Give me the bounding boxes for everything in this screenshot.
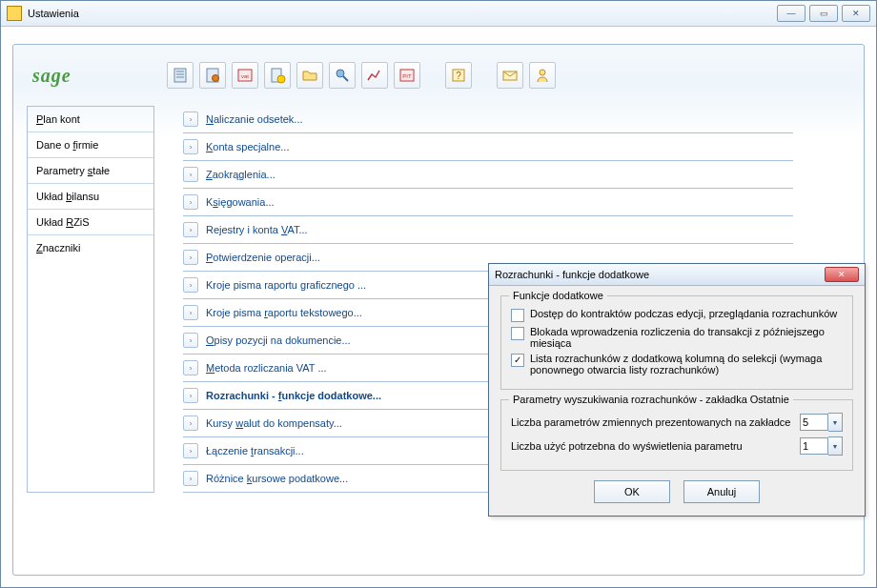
link-label[interactable]: Kroje pisma raportu tekstowego... xyxy=(206,307,362,318)
checkbox-row-3[interactable]: ✓ Lista rozrachunków z dodatkową kolumną… xyxy=(511,353,843,375)
arrow-right-icon: › xyxy=(183,416,198,431)
svg-point-16 xyxy=(540,70,545,75)
link-row[interactable]: ›Rejestry i konta VAT... xyxy=(183,216,793,244)
group-title-1: Funkcje dodatkowe xyxy=(509,290,607,301)
link-label[interactable]: Potwierdzenie operacji... xyxy=(206,252,320,263)
ok-button[interactable]: OK xyxy=(594,480,670,503)
titlebar[interactable]: Ustawienia — ▭ ✕ xyxy=(1,1,876,27)
svg-point-5 xyxy=(212,75,218,82)
link-label[interactable]: Księgowania... xyxy=(206,196,275,208)
link-label[interactable]: Rejestry i konta VAT... xyxy=(206,224,308,235)
sidebar: Plan kont Dane o firmie Parametry stałe … xyxy=(27,106,154,493)
window-title: Ustawienia xyxy=(28,8,777,19)
param-row-1: Liczba parametrów zmiennych prezentowany… xyxy=(511,413,843,432)
checkbox-row-1[interactable]: Dostęp do kontraktów podczas edycji, prz… xyxy=(511,308,843,322)
arrow-right-icon: › xyxy=(183,167,198,182)
doc-gear-icon[interactable] xyxy=(199,62,226,89)
checkbox-3[interactable]: ✓ xyxy=(511,354,524,367)
minimize-button[interactable]: — xyxy=(777,5,806,22)
svg-rect-0 xyxy=(174,69,186,82)
arrow-right-icon: › xyxy=(183,277,198,293)
param-label-1: Liczba parametrów zmiennych prezentowany… xyxy=(511,416,791,428)
doc-icon[interactable] xyxy=(167,62,194,89)
dialog-close-button[interactable]: ✕ xyxy=(825,267,859,282)
toolbar: sage vat PIT ? xyxy=(27,58,850,92)
group-parametry-wyszukiwania: Parametry wyszukiwania rozrachunków - za… xyxy=(500,399,853,471)
sidebar-item-znaczniki[interactable]: Znaczniki xyxy=(28,235,153,260)
param-input-2[interactable] xyxy=(800,437,828,455)
folder-icon[interactable] xyxy=(296,62,323,89)
chart-icon[interactable] xyxy=(361,62,388,89)
link-label[interactable]: Kroje pisma raportu graficznego ... xyxy=(206,279,366,291)
checkbox-label-2: Blokada wprowadzenia rozliczenia do tran… xyxy=(530,326,843,349)
param-row-2: Liczba użyć potrzebna do wyświetlenia pa… xyxy=(511,436,843,456)
sidebar-item-plan-kont[interactable]: Plan kont xyxy=(28,107,153,132)
link-row[interactable]: ›Księgowania... xyxy=(183,189,793,216)
sidebar-item-dane-o-firmie[interactable]: Dane o firmie xyxy=(28,132,153,158)
sidebar-item-parametry-stale[interactable]: Parametry stałe xyxy=(28,158,153,184)
link-label[interactable]: Metoda rozliczania VAT ... xyxy=(206,362,327,374)
checkbox-label-1: Dostęp do kontraktów podczas edycji, prz… xyxy=(530,308,837,319)
help-icon[interactable]: ? xyxy=(445,62,472,89)
svg-text:vat: vat xyxy=(241,73,249,79)
link-label[interactable]: Konta specjalne... xyxy=(206,141,289,152)
vat-icon[interactable]: vat xyxy=(232,62,258,89)
dialog-title-text: Rozrachunki - funkcje dodatkowe xyxy=(495,269,825,280)
link-label[interactable]: Łączenie transakcji... xyxy=(206,445,304,456)
dropdown-icon[interactable]: ▼ xyxy=(828,413,843,432)
calc-warn-icon[interactable] xyxy=(264,62,291,89)
mail-icon[interactable] xyxy=(497,62,523,89)
svg-point-9 xyxy=(277,75,285,83)
arrow-right-icon: › xyxy=(183,443,198,458)
param-input-1[interactable] xyxy=(800,414,828,431)
arrow-right-icon: › xyxy=(183,250,198,265)
dialog-rozrachunki: Rozrachunki - funkcje dodatkowe ✕ Funkcj… xyxy=(488,263,866,517)
close-button[interactable]: ✕ xyxy=(842,5,870,22)
link-row[interactable]: ›Konta specjalne... xyxy=(183,133,793,161)
arrow-right-icon: › xyxy=(183,194,198,210)
param-label-2: Liczba użyć potrzebna do wyświetlenia pa… xyxy=(511,440,743,452)
link-row[interactable]: ›Naliczanie odsetek... xyxy=(183,106,793,133)
checkbox-label-3: Lista rozrachunków z dodatkową kolumną d… xyxy=(530,353,843,375)
cancel-button[interactable]: Anuluj xyxy=(683,480,760,503)
arrow-right-icon: › xyxy=(183,112,198,127)
main-window: Ustawienia — ▭ ✕ sage vat PIT xyxy=(0,0,877,588)
arrow-right-icon: › xyxy=(183,333,198,348)
gear-blue-icon[interactable] xyxy=(329,62,356,89)
dropdown-icon[interactable]: ▼ xyxy=(828,436,843,456)
pit-icon[interactable]: PIT xyxy=(394,62,420,89)
arrow-right-icon: › xyxy=(183,139,198,154)
link-label[interactable]: Zaokrąglenia... xyxy=(206,169,275,180)
arrow-right-icon: › xyxy=(183,388,198,403)
link-row[interactable]: ›Zaokrąglenia... xyxy=(183,161,793,189)
link-label[interactable]: Kursy walut do kompensaty... xyxy=(206,417,342,429)
link-label[interactable]: Opisy pozycji na dokumencie... xyxy=(206,335,351,346)
sidebar-item-uklad-bilansu[interactable]: Układ bilansu xyxy=(28,184,153,210)
dialog-titlebar[interactable]: Rozrachunki - funkcje dodatkowe ✕ xyxy=(489,264,865,286)
link-label[interactable]: Rozrachunki - funkcje dodatkowe... xyxy=(206,390,381,401)
checkbox-row-2[interactable]: Blokada wprowadzenia rozliczenia do tran… xyxy=(511,326,843,349)
arrow-right-icon: › xyxy=(183,360,198,375)
sidebar-item-uklad-rzis[interactable]: Układ RZiS xyxy=(28,210,153,235)
group-funkcje-dodatkowe: Funkcje dodatkowe Dostęp do kontraktów p… xyxy=(500,295,853,390)
logo: sage xyxy=(32,65,71,87)
link-label[interactable]: Naliczanie odsetek... xyxy=(206,113,303,125)
checkbox-2[interactable] xyxy=(511,327,524,340)
arrow-right-icon: › xyxy=(183,222,198,237)
arrow-right-icon: › xyxy=(183,305,198,320)
checkbox-1[interactable] xyxy=(511,309,524,322)
app-icon xyxy=(7,6,22,21)
maximize-button[interactable]: ▭ xyxy=(809,5,838,22)
svg-text:?: ? xyxy=(456,71,461,81)
svg-point-10 xyxy=(337,70,344,77)
svg-text:PIT: PIT xyxy=(402,73,412,79)
link-label[interactable]: Różnice kursowe podatkowe... xyxy=(206,473,348,484)
client-area: sage vat PIT ? xyxy=(1,27,876,587)
group-title-2: Parametry wyszukiwania rozrachunków - za… xyxy=(509,394,793,405)
user-icon[interactable] xyxy=(529,62,556,89)
arrow-right-icon: › xyxy=(183,471,198,486)
toolbar-icons: vat PIT ? xyxy=(167,62,556,89)
